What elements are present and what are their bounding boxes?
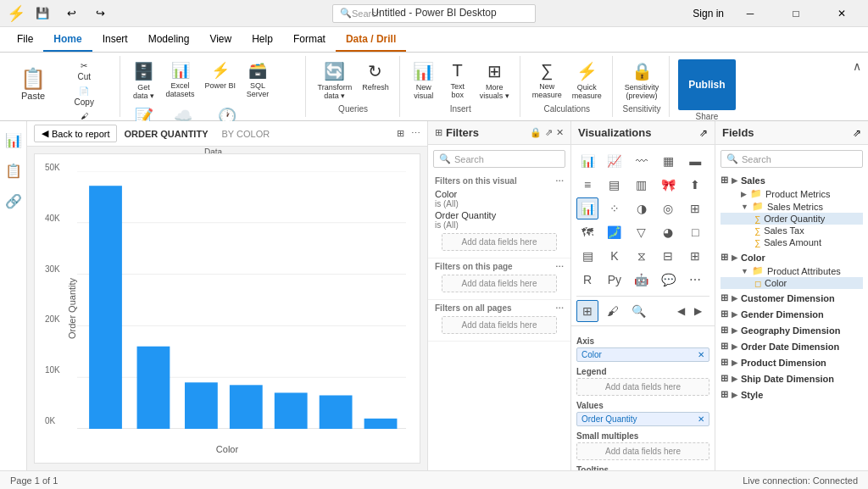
filter-close-icon[interactable]: ✕: [556, 127, 564, 138]
bar-yellow[interactable]: [185, 382, 218, 429]
field-item-product-metrics[interactable]: ▶ 📁 Product Metrics: [721, 187, 863, 200]
viz-icon-area[interactable]: 〰: [631, 150, 653, 172]
field-group-order-date-header[interactable]: ⊞ ▶ Order Date Dimension: [721, 339, 863, 353]
tab-insert[interactable]: Insert: [92, 27, 138, 52]
viz-icon-treemap[interactable]: ⊞: [684, 197, 706, 219]
refresh-button[interactable]: ↻ Refresh: [359, 59, 392, 93]
title-search-input[interactable]: 🔍 Search: [332, 4, 536, 23]
viz-icon-kpi[interactable]: K: [604, 245, 626, 267]
tab-view[interactable]: View: [199, 27, 242, 52]
sidebar-model-icon[interactable]: 🔗: [2, 189, 25, 213]
power-bi-button[interactable]: ⚡ Power BI: [202, 59, 240, 92]
viz-format-tab[interactable]: 🖌: [602, 300, 624, 322]
page-filter-more[interactable]: ⋯: [555, 262, 564, 271]
filter-expand-icon[interactable]: ⇗: [545, 127, 553, 138]
viz-icon-gauge[interactable]: ◕: [657, 221, 679, 243]
minimize-button[interactable]: ─: [731, 0, 770, 27]
viz-icon-python[interactable]: Py: [604, 269, 626, 291]
fields-expand-icon[interactable]: ⇗: [853, 127, 861, 139]
new-measure-button[interactable]: ∑ Newmeasure: [529, 59, 565, 101]
add-page-filter-button[interactable]: Add data fields here: [442, 275, 557, 292]
paste-button[interactable]: 📋 Paste: [14, 59, 53, 110]
sidebar-report-icon[interactable]: 📊: [2, 128, 25, 152]
viz-icon-scatter[interactable]: ⁘: [604, 197, 626, 219]
field-item-sales-tax[interactable]: ∑ Sales Tax: [721, 225, 863, 236]
axis-field-color[interactable]: Color ✕: [576, 347, 709, 362]
viz-icon-bar[interactable]: 📊: [576, 150, 598, 172]
field-item-sales-metrics[interactable]: ▼ 📁 Sales Metrics: [721, 200, 863, 213]
field-item-color[interactable]: ◻ Color: [721, 277, 863, 289]
viz-fields-tab[interactable]: ⊞: [576, 300, 598, 322]
save-button[interactable]: 💾: [31, 4, 54, 23]
bar-black[interactable]: [89, 186, 122, 429]
all-pages-filter-more[interactable]: ⋯: [555, 303, 564, 313]
viz-scroll-down[interactable]: ▶: [689, 303, 706, 320]
legend-drop-zone[interactable]: Add data fields here: [576, 378, 709, 396]
axis-remove-icon[interactable]: ✕: [698, 350, 704, 359]
viz-icon-ribbon[interactable]: 🎀: [657, 174, 679, 196]
field-group-customer-header[interactable]: ⊞ ▶ Customer Dimension: [721, 291, 863, 305]
viz-expand-icon[interactable]: ⇗: [699, 127, 708, 139]
viz-icon-slicer[interactable]: ⧖: [631, 245, 653, 267]
tab-file[interactable]: File: [7, 27, 43, 52]
field-group-ship-date-header[interactable]: ⊞ ▶ Ship Date Dimension: [721, 371, 863, 386]
get-data-button[interactable]: 🗄️ Getdata ▾: [129, 59, 159, 102]
viz-icon-stacked-bar[interactable]: ▦: [657, 150, 679, 172]
quick-measure-button[interactable]: ⚡ Quickmeasure: [569, 59, 605, 102]
sign-in-button[interactable]: Sign in: [693, 8, 724, 19]
viz-icon-card[interactable]: □: [684, 221, 706, 243]
text-box-button[interactable]: T Textbox: [442, 59, 473, 101]
viz-icon-horz-bar[interactable]: ≡: [576, 174, 598, 196]
add-all-pages-filter-button[interactable]: Add data fields here: [442, 316, 557, 334]
filter-toolbar-icon[interactable]: ⊞: [397, 128, 404, 139]
values-remove-icon[interactable]: ✕: [698, 414, 704, 424]
viz-analytics-tab[interactable]: 🔍: [627, 300, 649, 322]
filter-section-more[interactable]: ⋯: [555, 176, 564, 186]
field-item-order-quantity[interactable]: ∑ Order Quantity: [721, 213, 863, 225]
bar-silver[interactable]: [320, 395, 353, 429]
sql-button[interactable]: 🗃️ SQLServer: [242, 59, 273, 100]
cut-button[interactable]: ✂Cut: [56, 59, 113, 83]
field-item-sales-amount[interactable]: ∑ Sales Amount: [721, 236, 863, 248]
viz-scroll-up[interactable]: ◀: [672, 303, 689, 320]
tab-home[interactable]: Home: [43, 27, 92, 52]
transform-data-button[interactable]: 🔄 Transformdata ▾: [314, 59, 356, 102]
viz-icon-map[interactable]: 🗺: [576, 221, 598, 243]
viz-icon-matrix[interactable]: ⊞: [684, 245, 706, 267]
field-item-product-attributes[interactable]: ▼ 📁 Product Attributes: [721, 264, 863, 277]
viz-icon-waterfall[interactable]: ⬆: [684, 174, 706, 196]
maximize-button[interactable]: □: [776, 0, 815, 27]
redo-button[interactable]: ↪: [88, 4, 112, 23]
field-group-sales-header[interactable]: ⊞ ▶ Sales: [721, 173, 863, 187]
viz-icon-r[interactable]: R: [576, 269, 598, 291]
new-visual-button[interactable]: 📊 Newvisual: [409, 59, 439, 102]
viz-icon-horz-stacked[interactable]: ▤: [604, 174, 626, 196]
filter-order-quantity[interactable]: Order Quantity is (All): [435, 210, 564, 230]
viz-icon-horz-100[interactable]: ▥: [631, 174, 653, 196]
viz-icon-table[interactable]: ⊟: [657, 245, 679, 267]
viz-icon-donut[interactable]: ◎: [657, 197, 679, 219]
bar-multi[interactable]: [275, 392, 308, 429]
filter-search-input[interactable]: 🔍 Search: [433, 150, 565, 168]
sidebar-data-icon[interactable]: 📋: [2, 158, 25, 182]
tab-format[interactable]: Format: [283, 27, 336, 52]
sensitivity-button[interactable]: 🔒 Sensitivity(preview): [621, 59, 663, 102]
bar-blue[interactable]: [230, 385, 263, 429]
viz-icon-clustered-bar[interactable]: 📊: [576, 197, 598, 219]
tab-modeling[interactable]: Modeling: [138, 27, 200, 52]
fields-search-input[interactable]: 🔍 Search: [721, 150, 863, 168]
publish-button[interactable]: Publish: [678, 59, 735, 110]
close-button[interactable]: ✕: [822, 0, 861, 27]
viz-icon-funnel[interactable]: ▽: [631, 221, 653, 243]
ribbon-collapse[interactable]: ∧: [853, 56, 861, 117]
field-group-color-header[interactable]: ⊞ ▶ Color: [721, 250, 863, 264]
viz-icon-pie[interactable]: ◑: [631, 197, 653, 219]
add-visual-filter-button[interactable]: Add data fields here: [442, 233, 557, 251]
viz-icon-filled-map[interactable]: 🗾: [604, 221, 626, 243]
copy-button[interactable]: 📄Copy: [56, 85, 113, 108]
viz-icon-ai[interactable]: 🤖: [631, 269, 653, 291]
filter-lock-icon[interactable]: 🔒: [530, 127, 542, 138]
field-group-style-header[interactable]: ⊞ ▶ Style: [721, 387, 863, 402]
viz-icon-multi-row-card[interactable]: ▤: [576, 245, 598, 267]
undo-button[interactable]: ↩: [59, 4, 83, 23]
